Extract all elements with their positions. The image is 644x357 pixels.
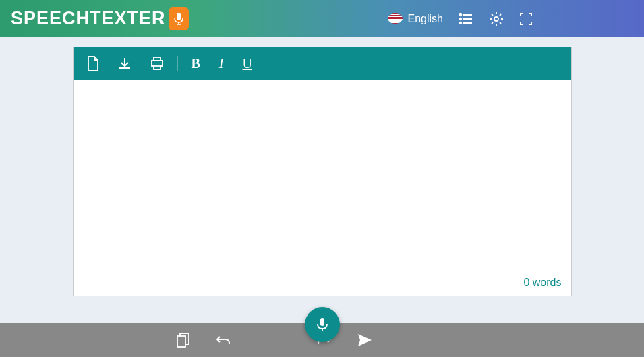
- svg-point-5: [460, 18, 461, 19]
- underline-button[interactable]: U: [243, 56, 252, 72]
- text-editor[interactable]: 0 words: [74, 80, 571, 296]
- editor-toolbar: B I U: [74, 47, 571, 80]
- logo[interactable]: SPEECHTEXTER: [11, 7, 189, 30]
- logo-text: SPEECHTEXTER: [11, 8, 166, 29]
- toolbar-divider: [177, 56, 178, 71]
- italic-button[interactable]: I: [219, 56, 224, 72]
- svg-point-3: [460, 13, 461, 15]
- svg-rect-0: [177, 13, 181, 20]
- svg-rect-13: [320, 318, 324, 326]
- download-icon[interactable]: [118, 57, 131, 70]
- fullscreen-icon[interactable]: [520, 13, 532, 25]
- word-count: 0 words: [523, 277, 561, 289]
- new-document-icon[interactable]: [87, 56, 99, 71]
- undo-icon[interactable]: [216, 333, 231, 348]
- language-selector[interactable]: English: [388, 13, 443, 25]
- svg-rect-12: [177, 336, 185, 347]
- editor-container: B I U 0 words: [73, 47, 572, 296]
- list-icon[interactable]: [459, 13, 473, 24]
- copy-icon[interactable]: [177, 333, 190, 348]
- microphone-button[interactable]: [305, 307, 340, 342]
- flag-icon: [388, 13, 403, 24]
- language-label: English: [408, 13, 443, 25]
- svg-point-7: [460, 22, 461, 23]
- gear-icon[interactable]: [489, 11, 504, 26]
- send-icon[interactable]: [357, 333, 372, 347]
- bold-button[interactable]: B: [192, 56, 200, 72]
- svg-point-9: [494, 17, 498, 21]
- app-header: SPEECHTEXTER English: [0, 0, 644, 37]
- print-icon[interactable]: [150, 57, 164, 70]
- main-content: B I U 0 words: [0, 37, 644, 296]
- header-controls: English: [388, 11, 532, 26]
- logo-mic-icon: [169, 7, 189, 30]
